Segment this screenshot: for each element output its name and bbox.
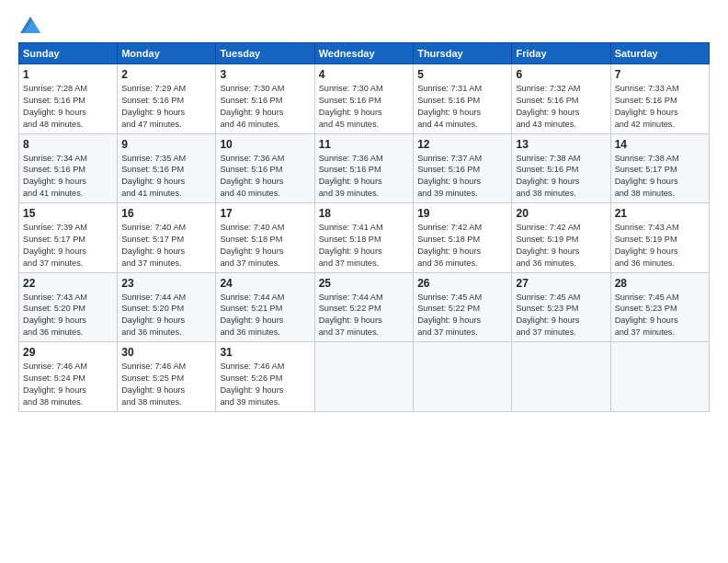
day-info: Sunrise: 7:33 AMSunset: 5:16 PMDaylight:…: [615, 83, 705, 131]
day-info: Sunrise: 7:28 AMSunset: 5:16 PMDaylight:…: [23, 83, 113, 131]
day-number: 13: [516, 138, 606, 151]
calendar-cell: 28Sunrise: 7:45 AMSunset: 5:23 PMDayligh…: [610, 272, 709, 342]
calendar-cell: 27Sunrise: 7:45 AMSunset: 5:23 PMDayligh…: [512, 272, 610, 342]
logo-icon: [20, 17, 40, 33]
calendar-cell: 7Sunrise: 7:33 AMSunset: 5:16 PMDaylight…: [610, 64, 709, 134]
day-info: Sunrise: 7:39 AMSunset: 5:17 PMDaylight:…: [23, 222, 113, 270]
calendar-cell: 18Sunrise: 7:41 AMSunset: 5:18 PMDayligh…: [314, 203, 413, 273]
day-number: 26: [417, 277, 507, 290]
calendar-cell: 8Sunrise: 7:34 AMSunset: 5:16 PMDaylight…: [19, 133, 118, 203]
calendar-cell: 29Sunrise: 7:46 AMSunset: 5:24 PMDayligh…: [19, 342, 118, 412]
day-info: Sunrise: 7:46 AMSunset: 5:26 PMDaylight:…: [220, 361, 310, 408]
day-info: Sunrise: 7:45 AMSunset: 5:23 PMDaylight:…: [516, 292, 606, 339]
weekday-monday: Monday: [118, 43, 216, 64]
calendar-week-5: 29Sunrise: 7:46 AMSunset: 5:24 PMDayligh…: [19, 342, 710, 412]
day-number: 6: [516, 68, 606, 81]
day-info: Sunrise: 7:30 AMSunset: 5:16 PMDaylight:…: [319, 83, 409, 131]
calendar-cell: 24Sunrise: 7:44 AMSunset: 5:21 PMDayligh…: [216, 272, 314, 342]
day-number: 24: [220, 277, 310, 290]
calendar-cell: 3Sunrise: 7:30 AMSunset: 5:16 PMDaylight…: [216, 64, 314, 134]
day-info: Sunrise: 7:43 AMSunset: 5:19 PMDaylight:…: [615, 222, 705, 270]
calendar-cell: 2Sunrise: 7:29 AMSunset: 5:16 PMDaylight…: [118, 64, 216, 134]
calendar-cell: [414, 342, 512, 412]
day-info: Sunrise: 7:41 AMSunset: 5:18 PMDaylight:…: [319, 222, 409, 270]
day-number: 23: [121, 277, 211, 290]
day-number: 27: [516, 277, 606, 290]
day-info: Sunrise: 7:40 AMSunset: 5:18 PMDaylight:…: [220, 222, 310, 270]
calendar-cell: 16Sunrise: 7:40 AMSunset: 5:17 PMDayligh…: [118, 203, 216, 273]
day-info: Sunrise: 7:35 AMSunset: 5:16 PMDaylight:…: [121, 153, 211, 201]
day-info: Sunrise: 7:44 AMSunset: 5:21 PMDaylight:…: [220, 292, 310, 339]
calendar-cell: [314, 342, 413, 412]
day-number: 25: [319, 277, 409, 290]
calendar-cell: 22Sunrise: 7:43 AMSunset: 5:20 PMDayligh…: [19, 272, 118, 342]
day-info: Sunrise: 7:30 AMSunset: 5:16 PMDaylight:…: [220, 83, 310, 131]
calendar-cell: 1Sunrise: 7:28 AMSunset: 5:16 PMDaylight…: [19, 64, 118, 134]
header: [18, 17, 710, 33]
weekday-sunday: Sunday: [19, 43, 118, 64]
day-info: Sunrise: 7:44 AMSunset: 5:20 PMDaylight:…: [121, 292, 211, 339]
day-number: 7: [615, 68, 705, 81]
weekday-saturday: Saturday: [610, 43, 709, 64]
calendar-cell: 9Sunrise: 7:35 AMSunset: 5:16 PMDaylight…: [118, 133, 216, 203]
calendar-cell: 21Sunrise: 7:43 AMSunset: 5:19 PMDayligh…: [610, 203, 709, 273]
calendar-cell: 31Sunrise: 7:46 AMSunset: 5:26 PMDayligh…: [216, 342, 314, 412]
day-number: 14: [615, 138, 705, 151]
day-number: 4: [319, 68, 409, 81]
day-number: 16: [121, 207, 211, 220]
calendar-table: SundayMondayTuesdayWednesdayThursdayFrid…: [18, 42, 710, 412]
day-number: 18: [319, 207, 409, 220]
calendar-cell: 17Sunrise: 7:40 AMSunset: 5:18 PMDayligh…: [216, 203, 314, 273]
day-info: Sunrise: 7:46 AMSunset: 5:24 PMDaylight:…: [23, 361, 113, 408]
calendar-cell: 12Sunrise: 7:37 AMSunset: 5:16 PMDayligh…: [414, 133, 512, 203]
calendar-cell: 30Sunrise: 7:46 AMSunset: 5:25 PMDayligh…: [118, 342, 216, 412]
day-number: 30: [121, 346, 211, 359]
page: SundayMondayTuesdayWednesdayThursdayFrid…: [0, 0, 728, 563]
day-info: Sunrise: 7:44 AMSunset: 5:22 PMDaylight:…: [319, 292, 409, 339]
day-number: 19: [417, 207, 507, 220]
calendar-cell: 6Sunrise: 7:32 AMSunset: 5:16 PMDaylight…: [512, 64, 610, 134]
day-info: Sunrise: 7:43 AMSunset: 5:20 PMDaylight:…: [23, 292, 113, 339]
day-info: Sunrise: 7:45 AMSunset: 5:23 PMDaylight:…: [615, 292, 705, 339]
calendar-cell: 11Sunrise: 7:36 AMSunset: 5:16 PMDayligh…: [314, 133, 413, 203]
weekday-header-row: SundayMondayTuesdayWednesdayThursdayFrid…: [19, 43, 710, 64]
calendar-cell: [512, 342, 610, 412]
day-number: 15: [23, 207, 113, 220]
day-number: 5: [417, 68, 507, 81]
calendar-cell: 23Sunrise: 7:44 AMSunset: 5:20 PMDayligh…: [118, 272, 216, 342]
day-info: Sunrise: 7:38 AMSunset: 5:17 PMDaylight:…: [615, 153, 705, 201]
day-number: 10: [220, 138, 310, 151]
day-number: 21: [615, 207, 705, 220]
calendar-cell: 10Sunrise: 7:36 AMSunset: 5:16 PMDayligh…: [216, 133, 314, 203]
calendar-cell: 13Sunrise: 7:38 AMSunset: 5:16 PMDayligh…: [512, 133, 610, 203]
calendar-week-3: 15Sunrise: 7:39 AMSunset: 5:17 PMDayligh…: [19, 203, 710, 273]
day-info: Sunrise: 7:45 AMSunset: 5:22 PMDaylight:…: [417, 292, 507, 339]
calendar-week-2: 8Sunrise: 7:34 AMSunset: 5:16 PMDaylight…: [19, 133, 710, 203]
day-info: Sunrise: 7:40 AMSunset: 5:17 PMDaylight:…: [121, 222, 211, 270]
calendar-cell: 19Sunrise: 7:42 AMSunset: 5:18 PMDayligh…: [414, 203, 512, 273]
logo-text: [18, 17, 40, 33]
weekday-thursday: Thursday: [414, 43, 512, 64]
day-number: 12: [417, 138, 507, 151]
day-info: Sunrise: 7:37 AMSunset: 5:16 PMDaylight:…: [417, 153, 507, 201]
calendar-cell: 15Sunrise: 7:39 AMSunset: 5:17 PMDayligh…: [19, 203, 118, 273]
calendar-cell: 14Sunrise: 7:38 AMSunset: 5:17 PMDayligh…: [610, 133, 709, 203]
day-number: 1: [23, 68, 113, 81]
day-info: Sunrise: 7:31 AMSunset: 5:16 PMDaylight:…: [417, 83, 507, 131]
calendar-cell: 4Sunrise: 7:30 AMSunset: 5:16 PMDaylight…: [314, 64, 413, 134]
day-info: Sunrise: 7:42 AMSunset: 5:18 PMDaylight:…: [417, 222, 507, 270]
calendar-cell: 5Sunrise: 7:31 AMSunset: 5:16 PMDaylight…: [414, 64, 512, 134]
day-number: 3: [220, 68, 310, 81]
day-number: 28: [615, 277, 705, 290]
day-info: Sunrise: 7:34 AMSunset: 5:16 PMDaylight:…: [23, 153, 113, 201]
day-info: Sunrise: 7:38 AMSunset: 5:16 PMDaylight:…: [516, 153, 606, 201]
day-info: Sunrise: 7:29 AMSunset: 5:16 PMDaylight:…: [121, 83, 211, 131]
day-number: 9: [121, 138, 211, 151]
weekday-tuesday: Tuesday: [216, 43, 314, 64]
calendar-cell: [610, 342, 709, 412]
calendar-week-4: 22Sunrise: 7:43 AMSunset: 5:20 PMDayligh…: [19, 272, 710, 342]
day-info: Sunrise: 7:36 AMSunset: 5:16 PMDaylight:…: [319, 153, 409, 201]
calendar-cell: 25Sunrise: 7:44 AMSunset: 5:22 PMDayligh…: [314, 272, 413, 342]
day-number: 17: [220, 207, 310, 220]
day-number: 2: [121, 68, 211, 81]
